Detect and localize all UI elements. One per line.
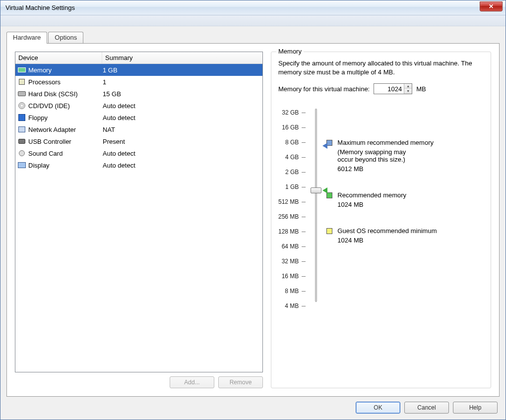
tab-hardware[interactable]: Hardware <box>6 32 47 44</box>
legend-max-value: 6012 MB <box>337 165 434 173</box>
device-name: Sound Card <box>28 150 103 157</box>
device-name: Memory <box>28 66 103 74</box>
device-summary: 1 GB <box>103 66 260 74</box>
device-row-ram[interactable]: Memory1 GB <box>15 64 262 76</box>
detail-column: Memory Specify the amount of memory allo… <box>271 52 491 388</box>
device-summary: 15 GB <box>103 90 260 98</box>
close-icon: ✕ <box>489 3 494 10</box>
legend-min-title: Guest OS recommended minimum <box>337 227 437 235</box>
slider-track <box>315 109 317 302</box>
legend-rec-title: Recommended memory <box>337 191 406 199</box>
tick-label: 16 MB <box>282 269 306 284</box>
memory-legend-list: Maximum recommended memory (Memory swapp… <box>326 105 437 313</box>
device-row-usb[interactable]: USB ControllerPresent <box>15 135 262 147</box>
memory-input-label: Memory for this virtual machine: <box>278 85 370 93</box>
memory-input-row: Memory for this virtual machine: ▲ ▼ MB <box>278 83 484 94</box>
device-summary: Auto detect <box>103 162 260 169</box>
swatch-yellow-icon <box>326 228 332 234</box>
memory-slider-area: 32 GB16 GB8 GB4 GB2 GB1 GB512 MB256 MB12… <box>278 105 484 313</box>
col-header-device[interactable]: Device <box>15 52 102 63</box>
tick-label: 256 MB <box>278 209 306 224</box>
usb-icon <box>17 137 26 145</box>
memory-groupbox: Memory Specify the amount of memory allo… <box>271 52 491 388</box>
device-name: Floppy <box>28 114 103 121</box>
tick-label: 8 MB <box>285 284 306 299</box>
tick-label: 64 MB <box>282 239 306 254</box>
device-row-cd[interactable]: CD/DVD (IDE)Auto detect <box>15 100 262 112</box>
tab-panel-hardware: Device Summary Memory1 GBProcessors1Hard… <box>6 43 500 397</box>
device-rows: Memory1 GBProcessors1Hard Disk (SCSI)15 … <box>15 64 262 372</box>
memory-spinbox[interactable]: ▲ ▼ <box>374 83 412 94</box>
legend-min-value: 1024 MB <box>337 237 437 244</box>
device-row-cpu[interactable]: Processors1 <box>15 76 262 88</box>
legend-max-sub1: (Memory swapping may <box>337 148 434 156</box>
slider-tick-labels: 32 GB16 GB8 GB4 GB2 GB1 GB512 MB256 MB12… <box>278 105 306 313</box>
device-list: Device Summary Memory1 GBProcessors1Hard… <box>15 52 263 372</box>
memory-description: Specify the amount of memory allocated t… <box>278 59 484 76</box>
legend-rec: Recommended memory 1024 MB <box>326 191 437 208</box>
tick-label: 32 MB <box>282 254 306 269</box>
device-summary: Present <box>103 138 260 145</box>
tick-label: 16 GB <box>282 120 306 135</box>
ram-icon <box>17 66 26 74</box>
vm-settings-window: Virtual Machine Settings ✕ Hardware Opti… <box>0 0 506 420</box>
device-summary: Auto detect <box>103 102 260 110</box>
ok-button[interactable]: OK <box>356 402 400 414</box>
legend-max-title: Maximum recommended memory <box>337 139 434 146</box>
memory-input[interactable] <box>374 84 404 94</box>
legend-max: Maximum recommended memory (Memory swapp… <box>326 139 437 173</box>
toolbar-spacer <box>0 15 506 26</box>
cpu-icon <box>17 78 26 86</box>
add-device-button[interactable]: Add... <box>170 376 214 388</box>
recommended-marker-icon <box>322 187 327 193</box>
slider-thumb[interactable] <box>311 187 321 193</box>
device-summary: NAT <box>103 126 260 133</box>
legend-max-sub2: occur beyond this size.) <box>337 156 434 163</box>
device-row-floppy[interactable]: FloppyAuto detect <box>15 112 262 123</box>
tick-label: 2 GB <box>285 165 306 180</box>
legend-rec-value: 1024 MB <box>337 201 406 208</box>
net-icon <box>17 125 26 133</box>
device-summary: 1 <box>103 78 260 86</box>
tick-label: 4 MB <box>285 299 306 313</box>
memory-slider[interactable] <box>313 105 319 313</box>
device-list-header: Device Summary <box>15 52 262 64</box>
remove-device-button[interactable]: Remove <box>218 376 263 388</box>
titlebar: Virtual Machine Settings ✕ <box>0 0 506 15</box>
device-name: Hard Disk (SCSI) <box>28 90 103 98</box>
tick-label: 8 GB <box>285 135 306 150</box>
tick-label: 4 GB <box>285 150 306 165</box>
spin-down-icon[interactable]: ▼ <box>404 89 412 94</box>
floppy-icon <box>17 114 26 121</box>
window-title: Virtual Machine Settings <box>5 4 75 11</box>
memory-spin-buttons[interactable]: ▲ ▼ <box>404 84 412 94</box>
cancel-button[interactable]: Cancel <box>404 402 449 414</box>
close-button[interactable]: ✕ <box>480 1 503 11</box>
tab-options[interactable]: Options <box>48 32 83 43</box>
sound-icon <box>17 149 26 157</box>
device-row-net[interactable]: Network AdapterNAT <box>15 123 262 135</box>
cd-icon <box>17 102 26 110</box>
device-summary: Auto detect <box>103 150 260 157</box>
max-recommended-marker-icon <box>322 143 327 149</box>
device-name: CD/DVD (IDE) <box>28 102 103 110</box>
display-icon <box>17 161 26 169</box>
tick-label: 32 GB <box>282 105 306 120</box>
tabstrip: Hardware Options <box>6 31 500 43</box>
dialog-body: Hardware Options Device Summary Memory1 … <box>0 26 506 420</box>
spin-up-icon[interactable]: ▲ <box>404 84 412 89</box>
hdd-icon <box>17 90 26 98</box>
device-column: Device Summary Memory1 GBProcessors1Hard… <box>15 52 263 388</box>
dialog-buttons: OK Cancel Help <box>6 397 500 416</box>
memory-legend: Memory <box>276 48 304 55</box>
device-row-sound[interactable]: Sound CardAuto detect <box>15 147 262 159</box>
device-name: Network Adapter <box>28 126 103 133</box>
device-row-hdd[interactable]: Hard Disk (SCSI)15 GB <box>15 88 262 100</box>
help-button[interactable]: Help <box>453 402 498 414</box>
device-row-display[interactable]: DisplayAuto detect <box>15 159 262 171</box>
device-name: Processors <box>28 78 103 86</box>
device-buttons: Add... Remove <box>15 376 263 388</box>
device-summary: Auto detect <box>103 114 260 121</box>
col-header-summary[interactable]: Summary <box>102 52 262 63</box>
tick-label: 128 MB <box>278 224 306 239</box>
